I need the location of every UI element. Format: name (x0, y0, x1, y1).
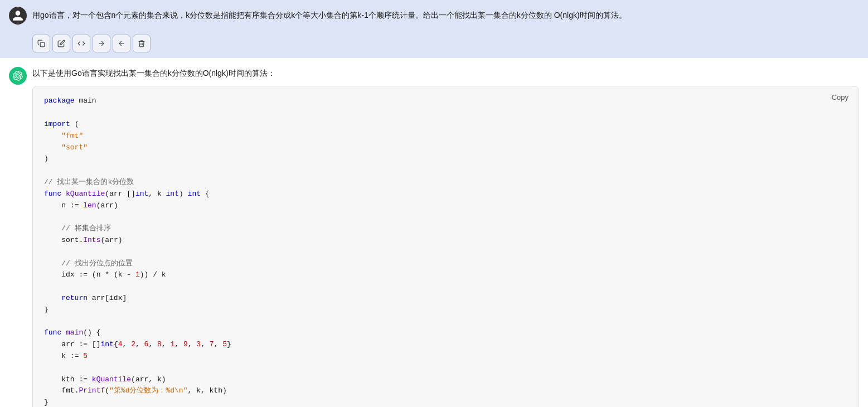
toolbar-delete-button[interactable] (133, 35, 151, 52)
toolbar-back-button[interactable] (113, 35, 130, 52)
assistant-avatar (9, 67, 27, 85)
svg-rect-0 (40, 42, 45, 47)
user-message-text: 用go语言，对一个包含n个元素的集合来说，k分位数是指能把有序集合分成k个等大小… (32, 7, 859, 21)
chat-container: 用go语言，对一个包含n个元素的集合来说，k分位数是指能把有序集合分成k个等大小… (0, 0, 868, 407)
code-content: package main import ( "fmt" "sort" ) // … (33, 86, 859, 407)
toolbar-code-button[interactable] (72, 35, 90, 52)
assistant-message-row: 以下是使用Go语言实现找出某一集合的k分位数的O(nlgk)时间的算法： Cop… (0, 58, 868, 407)
copy-code-button[interactable]: Copy (827, 91, 853, 104)
toolbar-row (0, 31, 868, 58)
user-avatar (9, 7, 27, 25)
toolbar-copy-button[interactable] (32, 35, 50, 52)
code-block: Copy package main import ( "fmt" "sort" … (32, 86, 859, 407)
user-message-row: 用go语言，对一个包含n个元素的集合来说，k分位数是指能把有序集合分成k个等大小… (0, 0, 868, 31)
toolbar-edit-button[interactable] (52, 35, 70, 52)
assistant-content: 以下是使用Go语言实现找出某一集合的k分位数的O(nlgk)时间的算法： Cop… (32, 67, 859, 407)
assistant-intro: 以下是使用Go语言实现找出某一集合的k分位数的O(nlgk)时间的算法： (32, 67, 859, 79)
toolbar-forward-button[interactable] (93, 35, 110, 52)
